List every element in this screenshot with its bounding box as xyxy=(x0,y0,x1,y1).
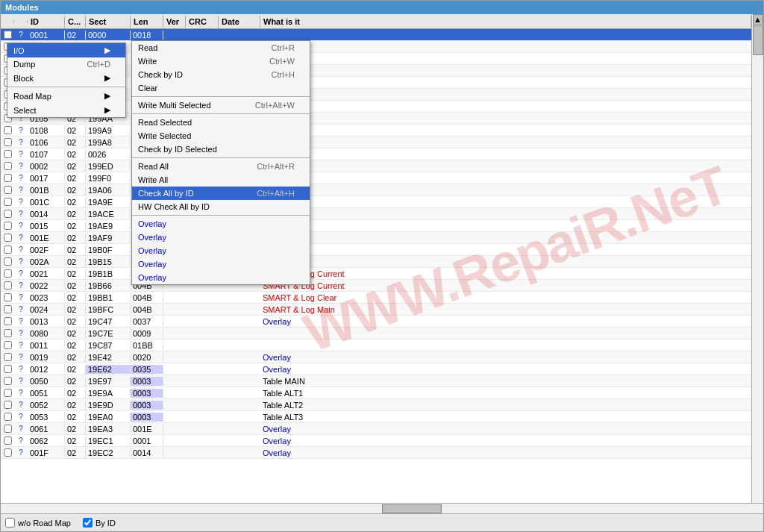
io-sep-4 xyxy=(132,215,310,216)
table-container: ID C... Sect Len Ver CRC Date What is it… xyxy=(1,14,763,503)
io-overlay2-label: Overlay xyxy=(138,233,166,242)
io-read-shortcut: Ctrl+R xyxy=(272,43,295,52)
context-menu[interactable]: I/O ▶ Dump Ctrl+D Block ▶ Road Map ▶ Se xyxy=(7,43,126,118)
io-hwcheckallbyid[interactable]: HW Check All by ID xyxy=(132,200,310,213)
menu-label-io: I/O xyxy=(13,46,25,55)
menu-label-roadmap: Road Map xyxy=(13,92,51,101)
checkbox-roadmap-label[interactable]: w/o Road Map xyxy=(18,519,71,528)
io-readall[interactable]: Read All Ctrl+Alt+R xyxy=(132,160,310,173)
io-writeall-label: Write All xyxy=(138,175,168,184)
io-overlay4[interactable]: Overlay xyxy=(132,257,310,271)
status-checkbox-byid[interactable]: By ID xyxy=(83,518,116,528)
menu-label-block: Block xyxy=(13,74,34,83)
arrow-icon-select: ▶ xyxy=(104,105,110,115)
menu-label-dump: Dump xyxy=(13,60,35,69)
io-checkallbyid-label: Check All by ID xyxy=(138,189,194,198)
io-overlay2[interactable]: Overlay xyxy=(132,231,310,244)
io-sep-2 xyxy=(132,113,310,114)
menu-item-dump[interactable]: Dump Ctrl+D xyxy=(7,57,125,71)
checkbox-byid[interactable] xyxy=(83,518,93,528)
window-title: Modules xyxy=(5,3,39,12)
io-readall-shortcut: Ctrl+Alt+R xyxy=(257,162,295,171)
title-bar: Modules xyxy=(1,1,763,14)
io-overlay4-label: Overlay xyxy=(138,260,166,269)
io-writeselected-label: Write Selected xyxy=(138,131,191,140)
arrow-icon-roadmap: ▶ xyxy=(104,91,110,101)
checkbox-byid-label[interactable]: By ID xyxy=(96,519,116,528)
io-overlay5[interactable]: Overlay xyxy=(132,271,310,284)
io-read[interactable]: Read Ctrl+R xyxy=(132,41,310,54)
io-overlay1[interactable]: Overlay xyxy=(132,217,310,231)
io-writemulti[interactable]: Write Multi Selected Ctrl+Alt+W xyxy=(132,98,310,112)
io-sep-3 xyxy=(132,157,310,158)
io-checkallbyid-shortcut: Ctrl+Alt+H xyxy=(257,189,295,198)
scrollbar-horizontal[interactable] xyxy=(1,503,763,513)
io-overlay3[interactable]: Overlay xyxy=(132,244,310,257)
context-overlay: I/O ▶ Dump Ctrl+D Block ▶ Road Map ▶ Se xyxy=(1,14,763,503)
io-checkbyidselected[interactable]: Check by ID Selected xyxy=(132,143,310,156)
io-writemulti-label: Write Multi Selected xyxy=(138,101,211,110)
io-writemulti-shortcut: Ctrl+Alt+W xyxy=(255,101,295,110)
menu-label-select: Select xyxy=(13,106,37,115)
io-submenu[interactable]: Read Ctrl+R Write Ctrl+W Check by ID Ctr… xyxy=(131,40,310,285)
io-checkbyidselected-label: Check by ID Selected xyxy=(138,145,217,154)
io-clear-label: Clear xyxy=(138,84,157,93)
arrow-icon-io: ▶ xyxy=(104,46,110,55)
checkbox-roadmap[interactable] xyxy=(5,518,15,528)
io-write-label: Write xyxy=(138,57,157,66)
io-sep-1 xyxy=(132,96,310,97)
io-checkbyid-label: Check by ID xyxy=(138,70,183,79)
shortcut-dump: Ctrl+D xyxy=(87,60,110,69)
menu-item-io[interactable]: I/O ▶ xyxy=(7,43,125,57)
io-overlay5-label: Overlay xyxy=(138,273,166,282)
modules-window: Modules ID C... Sect Len Ver CRC Date Wh… xyxy=(0,0,764,532)
scrollbar-h-thumb[interactable] xyxy=(382,504,442,513)
io-checkbyid[interactable]: Check by ID Ctrl+H xyxy=(132,68,310,81)
io-overlay1-label: Overlay xyxy=(138,219,166,228)
io-overlay3-label: Overlay xyxy=(138,246,166,255)
io-readall-label: Read All xyxy=(138,162,169,171)
status-bar: w/o Road Map By ID xyxy=(1,513,763,531)
io-write-shortcut: Ctrl+W xyxy=(269,57,295,66)
io-clear[interactable]: Clear xyxy=(132,81,310,95)
io-checkbyid-shortcut: Ctrl+H xyxy=(272,70,295,79)
separator-1 xyxy=(7,87,125,87)
io-checkallbyid[interactable]: Check All by ID Ctrl+Alt+H xyxy=(132,187,310,200)
io-readselected[interactable]: Read Selected xyxy=(132,116,310,129)
menu-item-block[interactable]: Block ▶ xyxy=(7,71,125,85)
io-read-label: Read xyxy=(138,43,157,52)
io-writeall[interactable]: Write All xyxy=(132,173,310,187)
status-checkbox-roadmap[interactable]: w/o Road Map xyxy=(5,518,71,528)
arrow-icon-block: ▶ xyxy=(104,73,110,83)
io-writeselected[interactable]: Write Selected xyxy=(132,129,310,143)
io-readselected-label: Read Selected xyxy=(138,118,192,127)
io-write[interactable]: Write Ctrl+W xyxy=(132,54,310,68)
menu-item-roadmap[interactable]: Road Map ▶ xyxy=(7,89,125,103)
io-hwcheckallbyid-label: HW Check All by ID xyxy=(138,202,210,211)
menu-item-select[interactable]: Select ▶ xyxy=(7,103,125,117)
